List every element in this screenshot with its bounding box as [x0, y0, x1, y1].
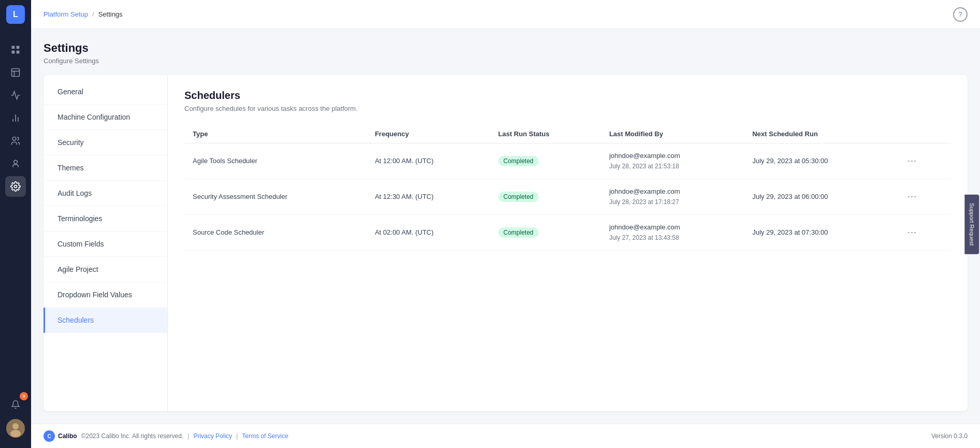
sidebar-item-settings[interactable] — [5, 176, 26, 197]
settings-nav-terminologies[interactable]: Terminologies — [44, 206, 167, 232]
cell-status: Completed — [490, 214, 601, 250]
main-content: Platform Setup / Settings ? Settings Con… — [31, 0, 980, 448]
svg-point-12 — [15, 185, 17, 188]
calibo-logo-icon: C — [44, 430, 55, 442]
modified-date: July 28, 2023 at 21:53:18 — [609, 162, 736, 171]
settings-nav-custom-fields[interactable]: Custom Fields — [44, 232, 167, 257]
support-request-tab[interactable]: Support Request — [965, 194, 979, 254]
settings-panel: Schedulers Configure schedules for vario… — [168, 75, 968, 411]
cell-frequency: At 02:00 AM. (UTC) — [367, 214, 490, 250]
footer-copyright: ©2023 Calibo Inc. All rights reserved. — [81, 432, 184, 440]
modified-date: July 28, 2023 at 17:18:27 — [609, 197, 736, 207]
more-actions-button[interactable]: ··· — [903, 189, 921, 204]
breadcrumb-separator: / — [92, 10, 94, 18]
settings-nav-agile-project[interactable]: Agile Project — [44, 257, 167, 282]
panel-subtitle: Configure schedules for various tasks ac… — [184, 105, 951, 112]
status-badge: Completed — [498, 156, 539, 166]
footer-terms-link[interactable]: Terms of Service — [242, 432, 288, 440]
cell-next-run: July 29, 2023 at 05:30:00 — [744, 143, 895, 179]
settings-nav-schedulers[interactable]: Schedulers — [44, 308, 167, 333]
svg-rect-2 — [12, 51, 15, 54]
cell-status: Completed — [490, 179, 601, 214]
sidebar-nav — [5, 34, 26, 394]
notification-badge-count: 9 — [20, 392, 28, 400]
svg-point-14 — [12, 423, 19, 429]
settings-nav-themes[interactable]: Themes — [44, 155, 167, 181]
table-row: Security Assessment Scheduler At 12:30 A… — [184, 179, 951, 214]
svg-point-15 — [10, 430, 21, 437]
header-right: ? — [953, 7, 968, 22]
col-next-scheduled-run: Next Scheduled Run — [744, 125, 895, 143]
sidebar-item-dashboard[interactable] — [5, 39, 26, 60]
sidebar: L 9 — [0, 0, 31, 448]
footer-privacy-link[interactable]: Privacy Policy — [193, 432, 232, 440]
settings-nav-general[interactable]: General — [44, 79, 167, 105]
settings-nav-machine-config[interactable]: Machine Configuration — [44, 105, 167, 130]
cell-frequency: At 12:30 AM. (UTC) — [367, 179, 490, 214]
cell-status: Completed — [490, 143, 601, 179]
status-badge: Completed — [498, 192, 539, 202]
settings-card: General Machine Configuration Security T… — [44, 75, 968, 411]
help-button[interactable]: ? — [953, 7, 968, 22]
svg-point-10 — [12, 137, 16, 141]
footer-sep2: | — [236, 432, 238, 440]
cell-next-run: July 29, 2023 at 07:30:00 — [744, 214, 895, 250]
col-last-modified-by: Last Modified By — [601, 125, 744, 143]
modified-email: johndoe@example.com — [609, 222, 736, 233]
cell-modified-by: johndoe@example.com July 27, 2023 at 13:… — [601, 214, 744, 250]
footer-sep1: | — [188, 432, 189, 440]
settings-nav: General Machine Configuration Security T… — [44, 75, 168, 411]
settings-nav-dropdown-field-values[interactable]: Dropdown Field Values — [44, 282, 167, 308]
settings-nav-security[interactable]: Security — [44, 130, 167, 155]
notification-button[interactable]: 9 — [5, 394, 26, 415]
cell-type: Security Assessment Scheduler — [184, 179, 367, 214]
cell-more-actions: ··· — [895, 179, 951, 214]
svg-rect-4 — [12, 69, 20, 77]
cell-frequency: At 12:00 AM. (UTC) — [367, 143, 490, 179]
breadcrumb-current: Settings — [98, 10, 123, 18]
content-area: Settings Configure Settings General Mach… — [31, 29, 980, 424]
sidebar-item-teams[interactable] — [5, 131, 26, 151]
cell-more-actions: ··· — [895, 214, 951, 250]
cell-modified-by: johndoe@example.com July 28, 2023 at 21:… — [601, 143, 744, 179]
svg-rect-0 — [12, 46, 15, 49]
cell-modified-by: johndoe@example.com July 28, 2023 at 17:… — [601, 179, 744, 214]
footer: C Calibo ©2023 Calibo Inc. All rights re… — [31, 424, 980, 448]
svg-point-11 — [14, 160, 18, 164]
col-type: Type — [184, 125, 367, 143]
status-badge: Completed — [498, 227, 539, 238]
footer-version: Version 0.3.0 — [931, 432, 968, 440]
sidebar-item-analytics[interactable] — [5, 108, 26, 128]
sidebar-item-users[interactable] — [5, 153, 26, 174]
cell-next-run: July 29, 2023 at 06:00:00 — [744, 179, 895, 214]
table-row: Agile Tools Scheduler At 12:00 AM. (UTC)… — [184, 143, 951, 179]
avatar[interactable] — [6, 419, 25, 438]
settings-nav-audit-logs[interactable]: Audit Logs — [44, 181, 167, 206]
scheduler-table: Type Frequency Last Run Status Last Modi… — [184, 125, 951, 251]
more-actions-button[interactable]: ··· — [903, 153, 921, 168]
svg-rect-1 — [17, 46, 20, 49]
sidebar-item-reports[interactable] — [5, 85, 26, 106]
sidebar-logo[interactable]: L — [6, 5, 25, 24]
panel-title: Schedulers — [184, 90, 951, 102]
modified-date: July 27, 2023 at 13:43:58 — [609, 233, 736, 243]
page-title-section: Settings Configure Settings — [44, 41, 968, 65]
page-title: Settings — [44, 41, 968, 55]
cell-more-actions: ··· — [895, 143, 951, 179]
col-last-run-status: Last Run Status — [490, 125, 601, 143]
footer-left: C Calibo ©2023 Calibo Inc. All rights re… — [44, 430, 289, 442]
modified-email: johndoe@example.com — [609, 186, 736, 197]
col-frequency: Frequency — [367, 125, 490, 143]
footer-logo: C Calibo — [44, 430, 77, 442]
cell-type: Agile Tools Scheduler — [184, 143, 367, 179]
more-actions-button[interactable]: ··· — [903, 225, 921, 240]
sidebar-bottom: 9 — [5, 394, 26, 443]
header: Platform Setup / Settings ? — [31, 0, 980, 29]
col-actions — [895, 125, 951, 143]
breadcrumb: Platform Setup / Settings — [44, 10, 123, 18]
modified-email: johndoe@example.com — [609, 151, 736, 162]
cell-type: Source Code Scheduler — [184, 214, 367, 250]
breadcrumb-parent[interactable]: Platform Setup — [44, 10, 88, 18]
sidebar-item-projects[interactable] — [5, 62, 26, 83]
svg-rect-3 — [17, 51, 20, 54]
